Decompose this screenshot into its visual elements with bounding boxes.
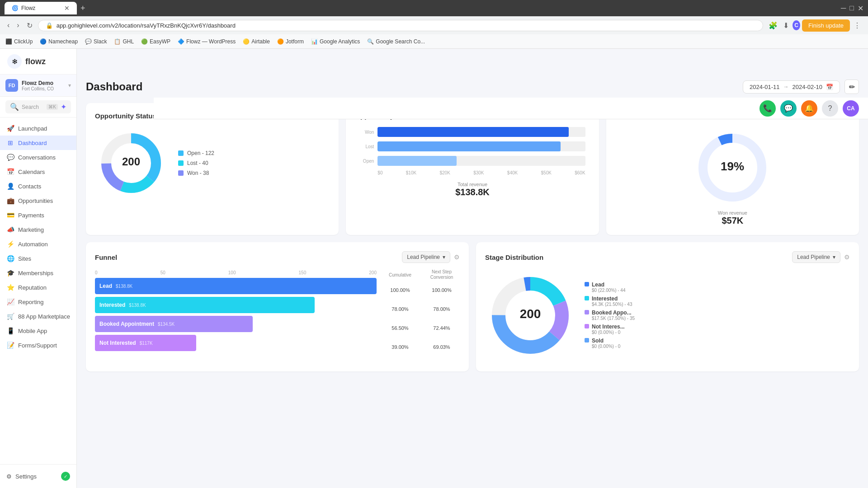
- sidebar-item-label: Conversations: [18, 154, 56, 161]
- address-text: app.gohighlevel.com/v2/location/rsaVyTRx…: [57, 22, 756, 29]
- new-tab-button[interactable]: +: [80, 4, 85, 13]
- date-arrow-icon: →: [783, 84, 789, 90]
- sidebar-item-app-marketplace[interactable]: 🛒 88 App Marketplace: [0, 309, 76, 324]
- chevron-down-icon: ▾: [443, 254, 445, 260]
- bookmark-ghl[interactable]: 📋GHL: [114, 38, 134, 45]
- sidebar-item-label: Memberships: [18, 270, 53, 277]
- bookmark-google-search[interactable]: 🔍Google Search Co...: [367, 38, 425, 45]
- stage-filter-icon[interactable]: ⚙: [844, 253, 850, 261]
- sidebar-item-sites[interactable]: 🌐 Sites: [0, 251, 76, 266]
- card-title: Opportunity Status: [95, 112, 156, 120]
- account-name: Flowz Demo: [22, 80, 65, 86]
- filter-icon[interactable]: ⚙: [454, 253, 460, 261]
- pipeline-dropdown[interactable]: Lead Pipeline ▾: [402, 251, 450, 263]
- won-revenue-value: $57K: [718, 216, 747, 226]
- window-close[interactable]: ✕: [858, 4, 863, 13]
- dashboard-edit-button[interactable]: ✏: [844, 80, 859, 94]
- sidebar-item-reputation[interactable]: ⭐ Reputation: [0, 280, 76, 295]
- legend-won: Won - 38: [187, 170, 209, 176]
- sidebar-item-label: Dashboard: [18, 140, 47, 146]
- sidebar-item-mobile-app[interactable]: 📱 Mobile App: [0, 324, 76, 338]
- sidebar-item-reporting[interactable]: 📈 Reporting: [0, 295, 76, 309]
- pipeline-label: Lead Pipeline: [407, 254, 440, 260]
- sidebar-item-dashboard[interactable]: ⊞ Dashboard: [0, 136, 76, 150]
- chat-button[interactable]: 💬: [780, 100, 797, 117]
- back-button[interactable]: ‹: [5, 19, 11, 31]
- sidebar-item-label: Calendars: [18, 169, 45, 175]
- sidebar-item-payments[interactable]: 💳 Payments: [0, 208, 76, 222]
- sidebar-item-conversations[interactable]: 💬 Conversations: [0, 150, 76, 164]
- donut-legend: Open - 122 Lost - 40 Won - 38: [178, 150, 214, 176]
- account-switcher[interactable]: FD Flowz Demo Fort Collins, CO ▾: [0, 75, 76, 97]
- profile-button[interactable]: C: [793, 20, 800, 30]
- sidebar-item-automation[interactable]: ⚡ Automation: [0, 237, 76, 251]
- sidebar-item-launchpad[interactable]: 🚀 Launchpad: [0, 121, 76, 136]
- date-range-picker[interactable]: 2024-01-11 → 2024-02-10 📅: [743, 80, 840, 94]
- sidebar-item-label: Forms/Support: [18, 342, 57, 349]
- svg-text:200: 200: [122, 155, 140, 168]
- settings-item[interactable]: ⚙ Settings ✓: [6, 469, 70, 483]
- browser-nav-bar: ‹ › ↻ 🔒 app.gohighlevel.com/v2/location/…: [0, 16, 868, 34]
- sidebar-item-contacts[interactable]: 👤 Contacts: [0, 179, 76, 193]
- opportunity-status-card: Opportunity Status ⚙: [86, 103, 339, 235]
- stage-header: Stage Distribution Lead Pipeline ▾ ⚙: [485, 251, 850, 263]
- contacts-icon: 👤: [6, 183, 14, 190]
- bookmark-namecheap[interactable]: 🔵Namecheap: [40, 38, 78, 45]
- download-button[interactable]: ⬇: [781, 19, 791, 32]
- search-box[interactable]: 🔍 Search ⌘K ✦: [5, 100, 71, 113]
- stage-content: 200 Lead $0 (22.00%) - 44: [485, 270, 850, 362]
- bookmark-slack[interactable]: 💬Slack: [85, 38, 107, 45]
- forward-button[interactable]: ›: [15, 19, 21, 31]
- refresh-button[interactable]: ↻: [25, 19, 34, 32]
- bookmark-google-analytics[interactable]: 📊Google Analytics: [311, 38, 360, 45]
- sidebar-item-marketing[interactable]: 📣 Marketing: [0, 222, 76, 237]
- date-from: 2024-01-11: [750, 84, 780, 90]
- finish-update-button[interactable]: Finish update: [802, 19, 850, 32]
- bottom-row: Funnel Lead Pipeline ▾ ⚙: [86, 242, 859, 371]
- sidebar-item-label: 88 App Marketplace: [18, 313, 70, 320]
- sidebar-item-label: Automation: [18, 241, 48, 248]
- bookmark-flowz-wp[interactable]: 🔷Flowz — WordPress: [178, 38, 236, 45]
- stage-pipeline-dropdown[interactable]: Lead Pipeline ▾: [792, 251, 840, 263]
- edit-icon: ✏: [849, 83, 855, 91]
- opportunity-value-card: Opportunity Value ⚙ Won Lo: [346, 103, 599, 235]
- account-info: Flowz Demo Fort Collins, CO: [22, 80, 65, 91]
- browser-chrome: 🌀 Flowz ✕ + ─ □ ✕ ‹ › ↻ 🔒 app.gohighleve…: [0, 0, 868, 49]
- bookmark-clickup[interactable]: ⬛ClickUp: [5, 38, 33, 45]
- calendar-icon: 📅: [826, 84, 833, 90]
- sidebar-item-memberships[interactable]: 🎓 Memberships: [0, 266, 76, 280]
- won-revenue-label: Won revenue: [718, 210, 747, 216]
- payments-icon: 💳: [6, 211, 14, 219]
- phone-button[interactable]: 📞: [760, 100, 776, 117]
- window-minimize[interactable]: ─: [841, 4, 846, 13]
- sidebar-item-calendars[interactable]: 📅 Calendars: [0, 164, 76, 179]
- settings-badge: ✓: [61, 472, 70, 481]
- svg-text:200: 200: [520, 307, 541, 321]
- chevron-down-icon: ▾: [833, 254, 835, 260]
- marketing-icon: 📣: [6, 226, 14, 233]
- dashboard-icon: ⊞: [6, 139, 14, 146]
- window-maximize[interactable]: □: [849, 4, 854, 13]
- sidebar-item-opportunities[interactable]: 💼 Opportunities: [0, 193, 76, 208]
- extensions-button[interactable]: 🧩: [767, 19, 779, 32]
- bookmark-easywp[interactable]: 🟢EasyWP: [141, 38, 170, 45]
- user-avatar-button[interactable]: CA: [843, 100, 859, 117]
- dashboard-header: Dashboard 2024-01-11 → 2024-02-10 📅 ✏: [86, 80, 859, 94]
- sidebar-footer: ⚙ Settings ✓: [0, 464, 76, 488]
- search-placeholder: Search: [22, 104, 44, 110]
- close-tab-button[interactable]: ✕: [64, 5, 70, 12]
- address-bar[interactable]: 🔒 app.gohighlevel.com/v2/location/rsaVyT…: [38, 20, 764, 31]
- browser-tab[interactable]: 🌀 Flowz ✕: [5, 2, 77, 14]
- help-button[interactable]: ?: [822, 100, 838, 117]
- browser-actions: 🧩 ⬇ C Finish update ⋮: [767, 19, 863, 32]
- stage-legend: Lead $0 (22.00%) - 44 Interested $4.3K (…: [585, 282, 850, 352]
- menu-button[interactable]: ⋮: [852, 19, 863, 32]
- stage-pipeline-label: Lead Pipeline: [797, 254, 830, 260]
- brand-name: flowz: [25, 57, 46, 66]
- sidebar-item-forms-support[interactable]: 📝 Forms/Support: [0, 338, 76, 352]
- bookmark-airtable[interactable]: 🟡Airtable: [243, 38, 270, 45]
- avatar: FD: [5, 79, 18, 92]
- notification-button[interactable]: 🔔: [801, 100, 817, 117]
- bookmark-jotform[interactable]: 🟠Jotform: [277, 38, 304, 45]
- sparkle-icon: ✦: [61, 103, 66, 111]
